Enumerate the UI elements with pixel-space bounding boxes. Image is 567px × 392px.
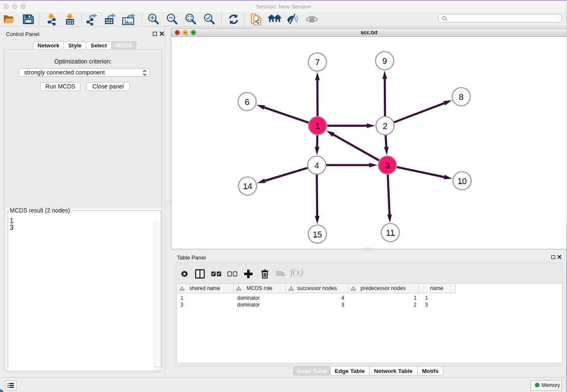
svg-text:11: 11 <box>386 228 395 237</box>
svg-text:8: 8 <box>459 92 463 102</box>
svg-text:10: 10 <box>457 177 467 186</box>
svg-text:3: 3 <box>385 161 390 170</box>
svg-text:15: 15 <box>313 230 322 239</box>
svg-text:4: 4 <box>314 161 319 170</box>
svg-text:1: 1 <box>315 121 320 131</box>
svg-text:14: 14 <box>243 182 252 191</box>
svg-text:7: 7 <box>315 58 319 67</box>
svg-text:9: 9 <box>382 56 387 66</box>
svg-text:6: 6 <box>245 97 249 107</box>
svg-text:2: 2 <box>383 121 387 131</box>
